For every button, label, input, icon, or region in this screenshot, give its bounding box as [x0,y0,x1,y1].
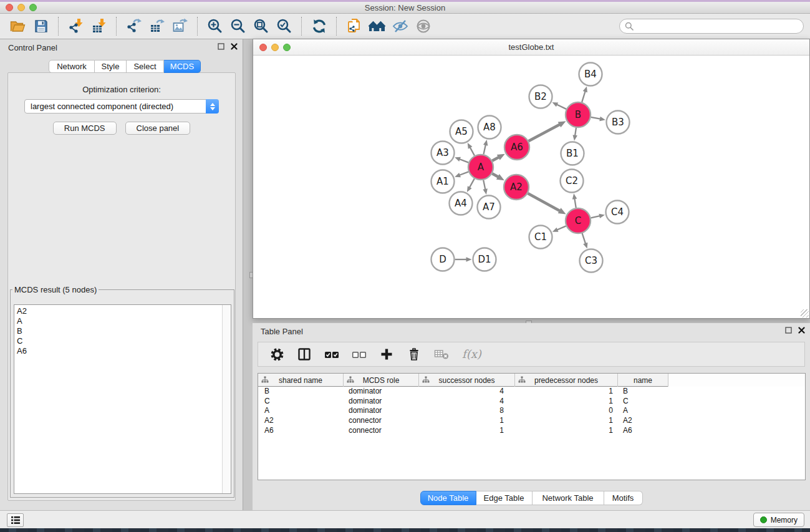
edge-A-A7[interactable] [483,180,485,190]
table-cell[interactable]: 0 [515,406,618,416]
table-cell[interactable]: 1 [515,416,618,426]
table-cell[interactable]: C [258,397,344,407]
refresh-icon[interactable] [307,16,330,37]
tab-network-table[interactable]: Network Table [533,491,604,505]
delete-column-icon[interactable] [405,346,423,363]
criterion-dropdown[interactable]: largest connected component (directed) [24,99,219,114]
run-mcds-button[interactable]: Run MCDS [53,122,117,135]
table-cell[interactable]: 1 [515,397,618,407]
save-session-icon[interactable] [29,16,52,37]
column-header-name[interactable]: name [618,374,668,387]
zoom-out-icon[interactable] [226,16,249,37]
edge-B-B4[interactable] [582,90,586,102]
mcds-list-scrollbar[interactable] [222,305,231,493]
table-cell[interactable]: 1 [515,426,618,436]
settings-gear-icon[interactable] [268,346,286,363]
table-cell[interactable]: dominator [344,397,419,407]
table-cell[interactable]: B [618,387,668,397]
mcds-result-item[interactable]: A [17,316,231,326]
float-panel-icon[interactable] [218,43,224,50]
table-cell[interactable]: 1 [419,416,515,426]
float-panel-icon[interactable] [785,327,792,334]
mcds-result-item[interactable]: A6 [17,346,231,356]
hide-selected-icon[interactable] [388,16,412,37]
search-field[interactable] [619,19,804,34]
tab-network[interactable]: Network [49,60,95,73]
column-header-MCDS-role[interactable]: MCDS role [344,374,419,387]
table-cell[interactable]: 1 [419,426,515,436]
task-history-button[interactable] [7,513,24,527]
zoom-selected-icon[interactable] [272,16,296,37]
table-cell[interactable]: 8 [419,406,515,416]
table-row[interactable]: Bdominator41B [258,387,805,397]
table-cell[interactable]: 4 [419,387,515,397]
close-panel-icon[interactable] [798,327,805,334]
edge-A-A5[interactable] [470,147,475,155]
network-window-titlebar[interactable]: testGlobe.txt [253,39,809,56]
edge-A2-C[interactable] [528,193,560,211]
edge-C-C1[interactable] [556,226,566,230]
duplicate-network-icon[interactable] [342,16,365,37]
edge-A-A1[interactable] [459,172,469,175]
mcds-result-list[interactable]: A2ABCA6 [14,304,231,494]
node-table[interactable]: shared nameMCDS rolesuccessor nodesprede… [258,373,806,480]
column-header-successor-nodes[interactable]: successor nodes [419,374,515,387]
table-cell[interactable]: A6 [618,426,668,436]
table-cell[interactable]: A2 [618,416,668,426]
deselect-all-checkboxes-icon[interactable] [350,346,368,363]
edge-B-B3[interactable] [591,117,601,119]
show-columns-icon[interactable] [296,346,313,363]
close-panel-button[interactable]: Close panel [125,122,191,135]
column-header-shared-name[interactable]: shared name [258,374,344,387]
home-icon[interactable] [365,16,388,37]
table-cell[interactable]: 4 [419,397,515,407]
table-cell[interactable]: A [618,406,668,416]
edge-C-C3[interactable] [582,233,586,244]
export-network-icon[interactable] [122,16,145,37]
table-row[interactable]: Cdominator41C [258,397,805,407]
mcds-result-item[interactable]: B [17,326,231,336]
tab-style[interactable]: Style [95,60,127,73]
table-cell[interactable]: connector [344,426,419,436]
edge-B-B1[interactable] [575,128,576,137]
table-cell[interactable]: A2 [258,416,344,426]
close-panel-icon[interactable] [231,43,238,50]
tab-select[interactable]: Select [127,60,164,73]
table-row[interactable]: A2connector11A2 [258,416,805,426]
table-cell[interactable]: A [258,406,344,416]
column-header-predecessor-nodes[interactable]: predecessor nodes [515,374,618,387]
import-network-icon[interactable] [64,16,87,37]
mcds-result-item[interactable]: A2 [17,306,231,316]
tab-edge-table[interactable]: Edge Table [476,491,533,505]
function-builder-icon[interactable]: f(x) [460,346,485,363]
open-session-icon[interactable] [6,16,29,37]
network-canvas[interactable]: AA1A2A3A4A5A6A7A8BB1B2B3B4CC1C2C3C4DD1 [253,56,809,318]
table-cell[interactable]: connector [344,416,419,426]
table-cell[interactable]: dominator [344,387,419,397]
tab-node-table[interactable]: Node Table [420,491,476,505]
edge-A-A8[interactable] [483,144,486,155]
table-cell[interactable]: A6 [258,426,344,436]
table-row[interactable]: A6connector11A6 [258,426,805,436]
add-column-icon[interactable] [378,346,395,363]
tab-motifs[interactable]: Motifs [604,491,643,505]
zoom-in-icon[interactable] [203,16,226,37]
export-table-icon[interactable] [145,16,168,37]
memory-button[interactable]: Memory [753,513,804,527]
edge-C-C2[interactable] [574,198,576,208]
table-cell[interactable]: C [618,397,668,407]
edge-B-B2[interactable] [556,104,566,109]
select-all-checkboxes-icon[interactable] [323,346,340,363]
export-image-icon[interactable] [168,16,191,37]
edge-A-A4[interactable] [469,178,475,188]
tab-mcds[interactable]: MCDS [164,60,201,73]
edge-A6-B[interactable] [529,124,561,141]
import-table-icon[interactable] [87,16,110,37]
edge-C-C4[interactable] [591,216,600,218]
edge-A-A3[interactable] [459,159,469,163]
table-cell[interactable]: B [258,387,344,397]
show-all-icon[interactable] [412,16,435,37]
search-input[interactable] [637,22,798,31]
delete-table-icon[interactable] [433,346,450,363]
mcds-result-item[interactable]: C [17,336,231,346]
